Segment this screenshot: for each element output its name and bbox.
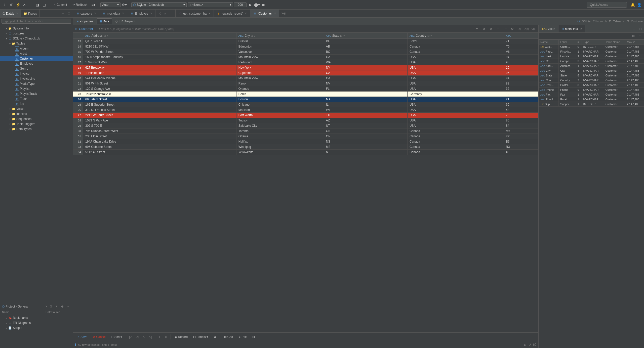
table-row[interactable]: 19 1 Infinite Loop Cupertino CA USA 95 xyxy=(73,70,538,76)
cell-city[interactable]: New York xyxy=(236,65,324,70)
cell-address[interactable]: Qe 7 Bloco G xyxy=(83,39,236,44)
tab-close-get_customer_ba[interactable]: ✕ xyxy=(209,12,211,15)
meta-collapse-icon[interactable]: ⊟ xyxy=(637,33,643,39)
table-row[interactable]: 13 Qe 7 Bloco G Brasília DF Brazil 71 xyxy=(73,39,538,44)
project-item-bookmarks[interactable]: ▸🔖Bookmarks xyxy=(0,315,73,320)
table-row[interactable]: 27 2211 W Berry Street Fort Worth TX USA… xyxy=(73,113,538,118)
cell-city[interactable]: Salt Lake City xyxy=(236,123,324,128)
cell-address[interactable]: 541 Del Medio Avenue xyxy=(83,76,236,81)
quick-access-input[interactable]: Quick Access xyxy=(587,2,627,8)
table-row[interactable]: 22 120 S Orange Ave Orlando FL USA 32 xyxy=(73,86,538,92)
table-row[interactable]: 18 627 Broadway New York NY USA 10 xyxy=(73,65,538,70)
meta-minimize[interactable]: ─ xyxy=(631,26,637,32)
cell-city[interactable]: Berlin xyxy=(236,92,324,97)
tab-close-category[interactable]: ✕ xyxy=(94,12,96,15)
cell-address[interactable]: 162 E Superior Street xyxy=(83,102,236,107)
db-combo[interactable]: ⬡ SQLite - Chinook.db ▾ xyxy=(131,2,187,7)
cell-state[interactable]: WA xyxy=(324,60,407,65)
commit-button[interactable]: ✓ Commit xyxy=(51,2,69,7)
cell-address[interactable]: 120 S Orange Ave xyxy=(83,86,236,92)
col-address-header[interactable]: ABC Address ⊟ ? xyxy=(83,33,236,39)
cell-address[interactable]: 1 Infinite Loop xyxy=(83,70,236,76)
limit-input[interactable]: 200 xyxy=(234,2,247,7)
cell-city[interactable]: Cupertino xyxy=(236,70,324,76)
cell-address[interactable]: 230 Elgin Street xyxy=(83,134,236,139)
cell-state[interactable]: DF xyxy=(324,39,407,44)
tree-item-track[interactable]: ⊞Track xyxy=(0,96,73,101)
col-country-filter[interactable]: ⊟ xyxy=(427,34,429,37)
cell-city[interactable]: Madison xyxy=(236,107,324,113)
metadata-tab-close[interactable]: ✕ xyxy=(580,27,582,30)
database-tab-close[interactable]: ✕ xyxy=(16,12,18,15)
cell-country[interactable]: USA xyxy=(407,107,504,113)
cell-address[interactable]: 1033 N Park Ave xyxy=(83,118,236,123)
copy-row-icon[interactable]: ⊕ xyxy=(163,334,169,340)
filter-nav-fwd[interactable]: ▷▷ xyxy=(530,26,536,32)
col-state-header[interactable]: ABC State ⊟ ? xyxy=(324,33,407,39)
table-row[interactable]: 25 162 E Superior Street Chicago IL USA … xyxy=(73,102,538,107)
tree-item-foo[interactable]: ⊞foo xyxy=(0,101,73,106)
cell-state[interactable]: TX xyxy=(324,113,407,118)
execute-icon[interactable]: ▶ xyxy=(248,2,253,8)
cell-country[interactable]: Brazil xyxy=(407,39,504,44)
cell-country[interactable]: USA xyxy=(407,55,504,60)
cell-city[interactable]: Reno xyxy=(236,81,324,86)
db-filter-input[interactable] xyxy=(2,19,71,24)
add-row-icon[interactable]: + xyxy=(156,334,163,340)
disconnect-icon[interactable]: ✕ xyxy=(22,2,27,8)
panels-button[interactable]: ⊟ Panels ▾ xyxy=(191,334,210,340)
cell-address[interactable]: 8210 111 ST NW xyxy=(83,44,236,49)
filter-config-icon[interactable]: ⚙ xyxy=(509,26,515,32)
cell-state[interactable]: NV xyxy=(324,81,407,86)
cell-state[interactable]: ON xyxy=(324,128,407,134)
grid-button[interactable]: ⊞ Grid xyxy=(222,334,235,340)
tab-close-mockdata[interactable]: ✕ xyxy=(122,12,124,15)
cell-country[interactable]: USA xyxy=(407,65,504,70)
cell-state[interactable]: WI xyxy=(324,107,407,113)
cell-country[interactable]: USA xyxy=(407,118,504,123)
project-settings-icon[interactable]: ⚙ xyxy=(48,304,53,309)
cell-city[interactable]: Mountain View xyxy=(236,55,324,60)
cell-country[interactable]: Germany xyxy=(407,92,504,97)
cell-country[interactable]: USA xyxy=(407,76,504,81)
meta-maximize[interactable]: □ xyxy=(637,26,643,32)
cell-country[interactable]: USA xyxy=(407,102,504,107)
cell-city[interactable]: Yellowknife xyxy=(236,150,324,155)
refresh-icon[interactable]: ↺ xyxy=(9,2,14,8)
tree-item-indexes_group[interactable]: ▾📁Indexes xyxy=(0,111,73,116)
cell-state[interactable]: CA xyxy=(324,55,407,60)
cell-country[interactable]: Canada xyxy=(407,44,504,49)
col-city-header[interactable]: ABC City ⊟ ? xyxy=(236,33,324,39)
cell-state[interactable]: CA xyxy=(324,76,407,81)
project-item-scripts[interactable]: ▸📄Scripts xyxy=(0,325,73,330)
status-refresh-icon[interactable]: ↺ xyxy=(529,343,531,346)
cell-address[interactable]: Tauentzienstraße 8 xyxy=(83,92,236,97)
cell-address[interactable]: 2211 W Berry Street xyxy=(83,113,236,118)
tree-item-customer[interactable]: ⊞Customer xyxy=(0,56,73,61)
tree-item-mediatype[interactable]: ⊞MediaType xyxy=(0,81,73,86)
cell-country[interactable]: Canada xyxy=(407,128,504,134)
panel-maximize-icon[interactable]: □ xyxy=(66,11,72,16)
project-add-icon[interactable]: ⊕ xyxy=(60,304,65,309)
editor-tab-mockdata[interactable]: ⊞mockdata✕ xyxy=(99,10,127,17)
cell-state[interactable]: UT xyxy=(324,123,407,128)
cell-country[interactable]: USA xyxy=(407,86,504,92)
col-city-filter[interactable]: ⊟ xyxy=(251,34,253,37)
tree-item-playlisttrack[interactable]: ⊞PlaylistTrack xyxy=(0,91,73,96)
col-country-header[interactable]: ABC Country ⊟ ? xyxy=(407,33,504,39)
cell-state[interactable]: MA xyxy=(324,97,407,102)
cell-state[interactable]: NT xyxy=(324,150,407,155)
cell-city[interactable]: Toronto xyxy=(236,128,324,134)
table-row[interactable]: 31 230 Elgin Street Ottawa ON Canada K2 xyxy=(73,134,538,139)
col-city-sort[interactable]: ? xyxy=(254,34,255,37)
project-item-er-diagrams[interactable]: ▸⬡ER Diagrams xyxy=(0,320,73,325)
open-icon[interactable]: ◨ xyxy=(35,2,40,8)
editor-tab-employee[interactable]: ⊞Employee✕ xyxy=(127,10,155,17)
record-button[interactable]: ◉ Record xyxy=(172,334,190,340)
tab-close-customer_active[interactable]: ✕ xyxy=(274,12,276,15)
filter-refresh-icon[interactable]: ↺ xyxy=(481,26,487,32)
auto-combo[interactable]: Auto ▾ xyxy=(100,2,120,7)
cell-city[interactable]: Boston xyxy=(236,97,324,102)
table-row[interactable]: 15 700 W Pender Street Vancouver BC Cana… xyxy=(73,49,538,55)
tree-item-views_group[interactable]: ▾📁Views xyxy=(0,106,73,111)
